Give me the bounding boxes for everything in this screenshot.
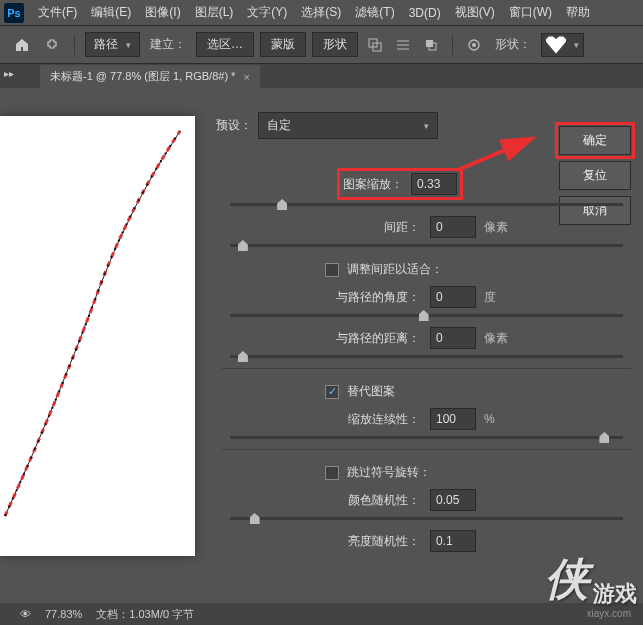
- menu-3d[interactable]: 3D(D): [403, 3, 447, 23]
- ok-button[interactable]: 确定: [559, 126, 631, 155]
- skip-rotate-checkbox[interactable]: [325, 466, 339, 480]
- separator: [452, 35, 453, 55]
- divider: [222, 368, 631, 369]
- svg-point-5: [472, 43, 476, 47]
- brightness-random-label: 亮度随机性：: [210, 533, 430, 550]
- distance-label: 与路径的距离：: [210, 330, 430, 347]
- menu-bar: Ps 文件(F) 编辑(E) 图像(I) 图层(L) 文字(Y) 选择(S) 滤…: [0, 0, 643, 26]
- expand-handle-icon[interactable]: ▸▸: [4, 68, 14, 79]
- scale-continuity-input[interactable]: [430, 408, 476, 430]
- alternate-pattern-checkbox[interactable]: [325, 385, 339, 399]
- distance-input[interactable]: [430, 327, 476, 349]
- heart-icon: [546, 36, 566, 54]
- scale-continuity-label: 缩放连续性：: [210, 411, 430, 428]
- color-random-label: 颜色随机性：: [210, 492, 430, 509]
- spacing-input[interactable]: [430, 216, 476, 238]
- menu-layer[interactable]: 图层(L): [189, 1, 240, 24]
- app-logo-icon: Ps: [4, 3, 24, 23]
- status-bar: 👁 77.83% 文档：1.03M/0 字节: [0, 603, 643, 625]
- separator: [74, 35, 75, 55]
- pattern-scale-label: 图案缩放：: [343, 176, 403, 193]
- dialog-buttons: 确定 复位 取消: [559, 126, 631, 225]
- scale-continuity-slider[interactable]: [230, 436, 623, 439]
- adjust-spacing-label: 调整间距以适合：: [347, 261, 443, 278]
- menu-filter[interactable]: 滤镜(T): [349, 1, 400, 24]
- mask-button[interactable]: 蒙版: [260, 32, 306, 57]
- build-label: 建立：: [150, 36, 186, 53]
- angle-slider[interactable]: [230, 314, 623, 317]
- distance-slider[interactable]: [230, 355, 623, 358]
- shape-label: 形状：: [495, 36, 531, 53]
- angle-label: 与路径的角度：: [210, 289, 430, 306]
- pattern-scale-slider[interactable]: [230, 203, 623, 206]
- skip-rotate-label: 跳过符号旋转：: [347, 464, 431, 481]
- reset-button[interactable]: 复位: [559, 161, 631, 190]
- shape-picker[interactable]: ▾: [541, 33, 584, 57]
- menu-select[interactable]: 选择(S): [295, 1, 347, 24]
- spacing-label: 间距：: [210, 219, 430, 236]
- alternate-pattern-label: 替代图案: [347, 383, 395, 400]
- path-mode-dropdown[interactable]: 路径▾: [85, 32, 140, 57]
- adjust-spacing-checkbox[interactable]: [325, 263, 339, 277]
- close-icon[interactable]: ×: [243, 71, 249, 83]
- tab-title: 未标题-1 @ 77.8% (图层 1, RGB/8#) *: [50, 69, 235, 84]
- cancel-button[interactable]: 取消: [559, 196, 631, 225]
- shape-button[interactable]: 形状: [312, 32, 358, 57]
- preset-dropdown[interactable]: 自定▾: [258, 112, 438, 139]
- brightness-random-input[interactable]: [430, 530, 476, 552]
- menu-type[interactable]: 文字(Y): [241, 1, 293, 24]
- menu-edit[interactable]: 编辑(E): [85, 1, 137, 24]
- spacing-unit: 像素: [484, 219, 508, 236]
- path-arrange-icon[interactable]: [420, 34, 442, 56]
- plugin-icon[interactable]: [40, 33, 64, 57]
- eye-icon[interactable]: 👁: [20, 608, 31, 620]
- color-random-slider[interactable]: [230, 517, 623, 520]
- menu-image[interactable]: 图像(I): [139, 1, 186, 24]
- pattern-dialog: 确定 复位 取消 预设： 自定▾ 图案缩放：: [210, 108, 643, 625]
- watermark-url: xiayx.com: [587, 608, 631, 619]
- selection-button[interactable]: 选区…: [196, 32, 254, 57]
- color-random-input[interactable]: [430, 489, 476, 511]
- distance-unit: 像素: [484, 330, 508, 347]
- preset-label: 预设：: [216, 117, 252, 134]
- menu-help[interactable]: 帮助: [560, 1, 596, 24]
- doc-info: 文档：1.03M/0 字节: [96, 607, 194, 622]
- path-combine-icon[interactable]: [364, 34, 386, 56]
- divider: [222, 449, 631, 450]
- spacing-slider[interactable]: [230, 244, 623, 247]
- menu-file[interactable]: 文件(F): [32, 1, 83, 24]
- canvas[interactable]: [0, 116, 195, 556]
- menu-view[interactable]: 视图(V): [449, 1, 501, 24]
- scale-continuity-unit: %: [484, 412, 495, 426]
- pattern-scale-input[interactable]: [411, 173, 457, 195]
- angle-input[interactable]: [430, 286, 476, 308]
- document-tabs: ▸▸ 未标题-1 @ 77.8% (图层 1, RGB/8#) * ×: [0, 64, 643, 88]
- gear-icon[interactable]: [463, 34, 485, 56]
- document-tab[interactable]: 未标题-1 @ 77.8% (图层 1, RGB/8#) * ×: [40, 65, 260, 88]
- menu-window[interactable]: 窗口(W): [503, 1, 558, 24]
- pattern-scale-highlight: 图案缩放：: [340, 171, 460, 197]
- workspace: 确定 复位 取消 预设： 自定▾ 图案缩放：: [0, 88, 643, 625]
- angle-unit: 度: [484, 289, 496, 306]
- path-align-icon[interactable]: [392, 34, 414, 56]
- zoom-level[interactable]: 77.83%: [45, 608, 82, 620]
- home-icon[interactable]: [10, 33, 34, 57]
- options-bar: 路径▾ 建立： 选区… 蒙版 形状 形状： ▾: [0, 26, 643, 64]
